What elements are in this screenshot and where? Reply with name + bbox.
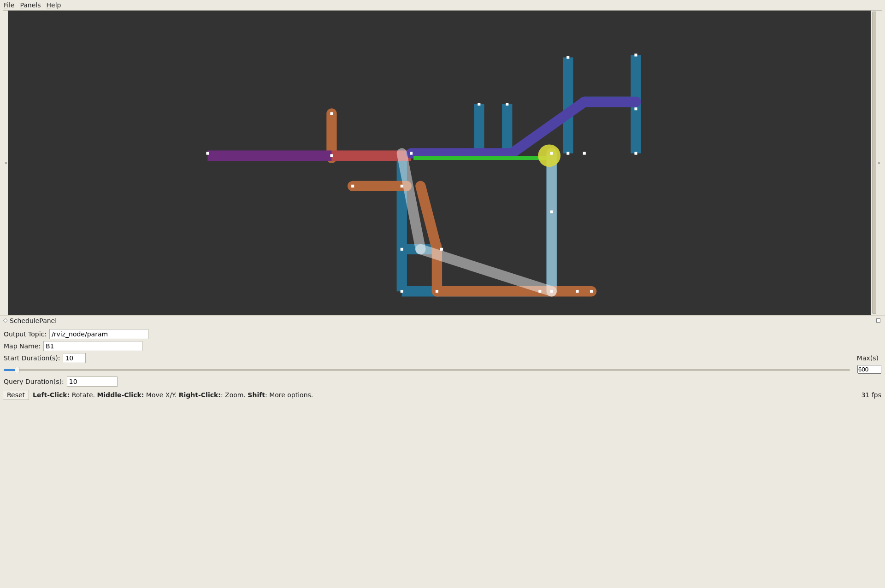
- output-topic-label: Output Topic:: [4, 330, 47, 338]
- svg-rect-31: [506, 103, 508, 106]
- svg-rect-28: [583, 152, 586, 155]
- svg-rect-36: [401, 185, 403, 188]
- svg-rect-37: [351, 185, 354, 188]
- map-canvas[interactable]: [8, 11, 871, 315]
- viewport-container: ◂ ▸: [3, 10, 882, 315]
- svg-rect-47: [550, 152, 553, 155]
- max-label: Max(s): [857, 354, 879, 362]
- start-duration-input[interactable]: [63, 353, 86, 363]
- start-duration-label: Start Duration(s):: [4, 354, 60, 362]
- slider-thumb[interactable]: [15, 367, 19, 373]
- menu-help[interactable]: Help: [47, 1, 61, 9]
- svg-point-23: [538, 144, 560, 167]
- rviz-viewport[interactable]: [8, 11, 871, 315]
- viewport-scrollbar[interactable]: [871, 11, 877, 315]
- query-duration-input[interactable]: [67, 376, 118, 387]
- right-dock-handle[interactable]: ▸: [877, 11, 882, 315]
- panel-title: SchedulePanel: [10, 317, 876, 324]
- svg-rect-33: [330, 154, 333, 157]
- svg-rect-27: [634, 152, 637, 155]
- svg-rect-44: [576, 290, 578, 293]
- schedule-panel-header[interactable]: SchedulePanel: [0, 315, 885, 325]
- left-dock-handle[interactable]: ◂: [3, 11, 8, 315]
- svg-rect-30: [478, 103, 480, 106]
- interaction-hint: Left-Click: Rotate. Middle-Click: Move X…: [33, 391, 856, 399]
- svg-rect-39: [440, 248, 443, 251]
- max-value-input[interactable]: [857, 365, 881, 374]
- map-name-input[interactable]: [43, 341, 142, 351]
- duration-slider[interactable]: [4, 366, 850, 373]
- svg-rect-38: [401, 248, 403, 251]
- svg-rect-45: [590, 290, 593, 293]
- query-duration-label: Query Duration(s):: [4, 378, 64, 385]
- svg-rect-24: [566, 56, 569, 59]
- svg-rect-32: [330, 112, 333, 115]
- status-bar: Reset Left-Click: Rotate. Middle-Click: …: [0, 389, 885, 401]
- panel-close-icon[interactable]: [876, 318, 880, 323]
- svg-rect-40: [401, 290, 403, 293]
- svg-rect-35: [410, 152, 413, 155]
- svg-rect-42: [538, 290, 541, 293]
- output-topic-input[interactable]: [49, 329, 148, 339]
- map-name-label: Map Name:: [4, 342, 41, 350]
- svg-rect-41: [436, 290, 438, 293]
- svg-rect-29: [566, 152, 569, 155]
- svg-rect-26: [634, 107, 637, 110]
- panel-toggle-icon[interactable]: [3, 318, 8, 323]
- svg-rect-25: [634, 53, 637, 56]
- menu-panels[interactable]: Panels: [20, 1, 41, 9]
- scrollbar-thumb[interactable]: [872, 12, 876, 314]
- schedule-panel: Output Topic: Map Name: Start Duration(s…: [0, 325, 885, 389]
- menu-file[interactable]: File: [4, 1, 14, 9]
- fps-readout: 31 fps: [861, 391, 881, 399]
- svg-rect-46: [550, 211, 553, 213]
- svg-rect-34: [206, 152, 209, 155]
- svg-rect-43: [550, 290, 553, 293]
- menubar: File Panels Help: [0, 0, 885, 10]
- reset-button[interactable]: Reset: [3, 390, 29, 400]
- slider-track: [4, 369, 850, 371]
